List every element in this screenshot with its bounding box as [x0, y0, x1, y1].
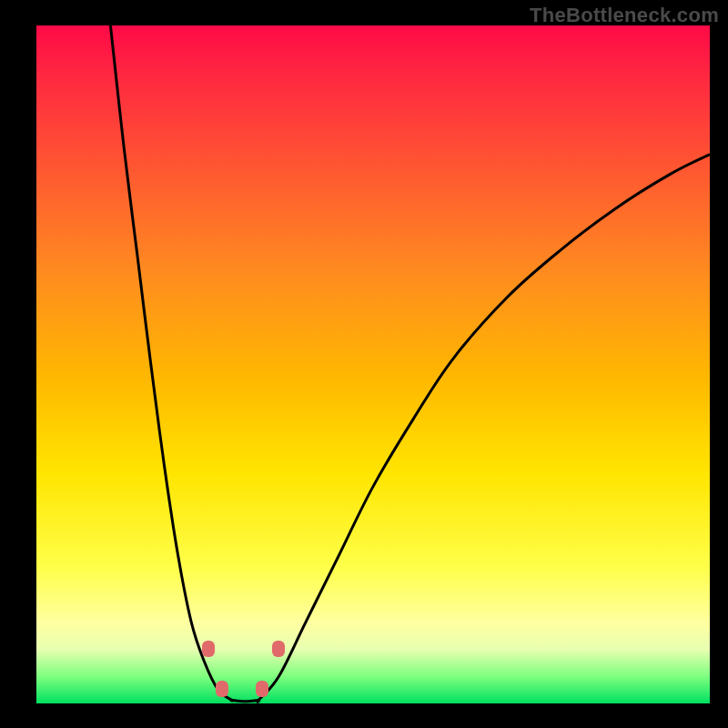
chart-container: TheBottleneck.com [0, 0, 728, 728]
plot-area [36, 25, 710, 703]
bottleneck-curve [110, 25, 710, 702]
data-marker [256, 681, 268, 697]
data-marker [272, 641, 285, 657]
watermark-text: TheBottleneck.com [530, 4, 719, 27]
data-marker [202, 641, 215, 657]
data-marker [216, 681, 228, 697]
curve-svg [36, 25, 710, 703]
